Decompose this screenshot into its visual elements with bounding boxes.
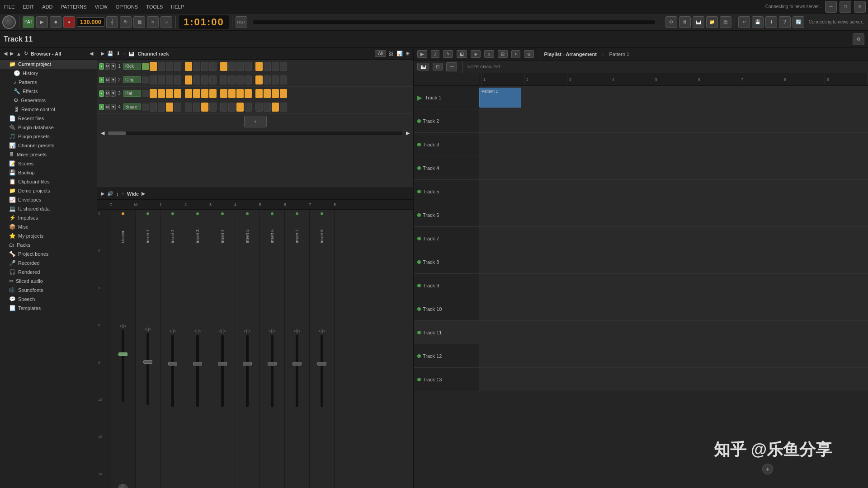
sidebar-item-misc[interactable]: 📦 Misc (0, 222, 97, 231)
master-pitch-slider[interactable] (253, 20, 655, 24)
curve-btn[interactable]: 〜 (446, 62, 457, 71)
insert3-label[interactable]: Insert 3 (195, 216, 200, 243)
kick-name[interactable]: Kick (123, 63, 141, 70)
insert7-label[interactable]: Insert 7 (295, 216, 299, 243)
pat-mode-btn[interactable]: PAT (23, 16, 34, 28)
clap-toggle[interactable]: ● (99, 77, 104, 83)
step-hat-11[interactable] (236, 89, 244, 98)
record-btn[interactable]: ● (63, 16, 75, 28)
kick-toggle[interactable]: ● (99, 63, 104, 70)
sidebar-item-patterns[interactable]: ♪ Patterns (0, 78, 97, 87)
insert3-pan-right[interactable]: ▷ (198, 328, 201, 333)
track-11-content[interactable] (479, 321, 868, 344)
master-fader-thumb[interactable] (118, 352, 127, 356)
master-volume-dial[interactable] (118, 484, 128, 488)
track-10-content[interactable] (479, 297, 868, 320)
snare-name[interactable]: Snare (123, 103, 141, 110)
channel-filter-select[interactable]: All (375, 50, 386, 57)
step-hat-10[interactable] (228, 89, 236, 98)
mixer-expand-icon[interactable]: ▶ (101, 191, 104, 197)
sidebar-item-packs[interactable]: 🗂 Packs (0, 240, 97, 249)
piano-btn[interactable]: 🎹 (417, 63, 429, 70)
track-6-label[interactable]: Track 6 (414, 203, 479, 226)
playlist-btn[interactable]: ▤ (720, 16, 731, 28)
step-snare-13[interactable] (255, 103, 263, 112)
insert5-fader-thumb[interactable] (243, 362, 252, 366)
step-kick-13[interactable] (255, 62, 263, 71)
step-clap-10[interactable] (228, 75, 236, 84)
browser-nav-forward[interactable]: ▶ (10, 51, 14, 56)
browser-nav-refresh[interactable]: ↻ (24, 51, 28, 56)
step-hat-13[interactable] (255, 89, 263, 98)
clap-mute[interactable]: M (105, 77, 110, 83)
clap-name[interactable]: Clap (123, 76, 141, 83)
step-kick-4[interactable] (174, 62, 181, 71)
track-4-content[interactable] (479, 156, 868, 179)
step-snare-16[interactable] (280, 103, 287, 112)
track-9-content[interactable] (479, 274, 868, 297)
sidebar-item-il-shared-data[interactable]: 💻 IL shared data (0, 204, 97, 213)
insert2-label[interactable]: Insert 2 (170, 216, 175, 243)
close-btn[interactable]: ✕ (854, 1, 866, 13)
step-hat-5[interactable] (185, 89, 192, 98)
help-btn[interactable]: ? (779, 16, 791, 28)
minimize-btn[interactable]: ─ (825, 1, 837, 13)
sidebar-item-demo-projects[interactable]: 📁 Demo projects (0, 186, 97, 195)
master-fader-track[interactable] (122, 330, 124, 402)
insert8-pan-right[interactable]: ▷ (322, 328, 326, 333)
sidebar-item-project-bones[interactable]: 🦴 Project bones (0, 249, 97, 258)
step-hat-15[interactable] (272, 89, 279, 98)
step-kick-15[interactable] (272, 62, 279, 71)
insert5-pan-left[interactable]: ◁ (244, 328, 247, 333)
track-3-content[interactable] (479, 133, 868, 156)
step-clap-2[interactable] (158, 75, 165, 84)
snare-mute[interactable]: M (105, 104, 110, 110)
step-snare-9[interactable] (220, 103, 227, 112)
hat-ctrl[interactable]: ▼ (111, 90, 116, 97)
step-kick-9[interactable] (220, 62, 227, 71)
insert1-fader-track[interactable] (146, 333, 149, 405)
insert5-label[interactable]: Insert 5 (245, 216, 250, 243)
step-clap-16[interactable] (280, 75, 287, 84)
track-2-label[interactable]: Track 2 (414, 109, 479, 132)
mixer-btn[interactable]: 🎚 (679, 16, 691, 28)
mixer-link-icon[interactable]: ≡ (122, 191, 124, 197)
channel-rack-save-icon[interactable]: 💾 (107, 51, 113, 56)
track-5-content[interactable] (479, 180, 868, 203)
step-snare-1[interactable] (150, 103, 157, 112)
step-kick-8[interactable] (209, 62, 217, 71)
insert8-pan-left[interactable]: ◁ (318, 328, 321, 333)
insert6-send-dot[interactable] (271, 212, 274, 215)
channel-rack-chain-icon[interactable]: ⛓ (389, 51, 394, 56)
master-label[interactable]: Master (121, 216, 125, 243)
step-hat-9[interactable] (220, 89, 227, 98)
insert4-label[interactable]: Insert 4 (220, 216, 225, 243)
step-clap-15[interactable] (272, 75, 279, 84)
insert8-label[interactable]: Insert 8 (320, 216, 324, 243)
menu-patterns[interactable]: PATTERNS (59, 3, 89, 10)
snare-toggle[interactable]: ● (99, 104, 104, 110)
menu-options[interactable]: OPTIONS (114, 3, 140, 10)
menu-edit[interactable]: EDIT (21, 3, 36, 10)
master-send-dot[interactable] (122, 212, 124, 215)
sidebar-item-effects[interactable]: 🔧 Effects (0, 87, 97, 96)
step-clap-3[interactable] (166, 75, 173, 84)
insert2-pan-left[interactable]: ◁ (169, 328, 172, 333)
sidebar-item-plugin-presets[interactable]: 🎵 Plugin presets (0, 132, 97, 141)
step-kick-6[interactable] (193, 62, 200, 71)
rst-btn[interactable]: RST (236, 16, 247, 28)
step-snare-2[interactable] (158, 103, 165, 112)
mixer-fx-icon[interactable]: ↕ (116, 191, 119, 197)
piano-roll-slide-btn[interactable]: ⌖ (511, 50, 520, 58)
track-3-label[interactable]: Track 3 (414, 133, 479, 156)
insert2-pan-right[interactable]: ▷ (173, 328, 176, 333)
hat-toggle[interactable]: ● (99, 90, 104, 97)
sidebar-item-envelopes[interactable]: 📈 Envelopes (0, 195, 97, 204)
clap-level[interactable] (142, 76, 149, 84)
kick-ctrl[interactable]: ▼ (111, 63, 116, 70)
insert5-fader-track[interactable] (246, 335, 249, 407)
insert2-fader-thumb[interactable] (168, 362, 177, 366)
step-clap-1[interactable] (150, 75, 157, 84)
piano-roll-copy-btn[interactable]: ⊞ (498, 50, 508, 58)
step-hat-3[interactable] (166, 89, 173, 98)
